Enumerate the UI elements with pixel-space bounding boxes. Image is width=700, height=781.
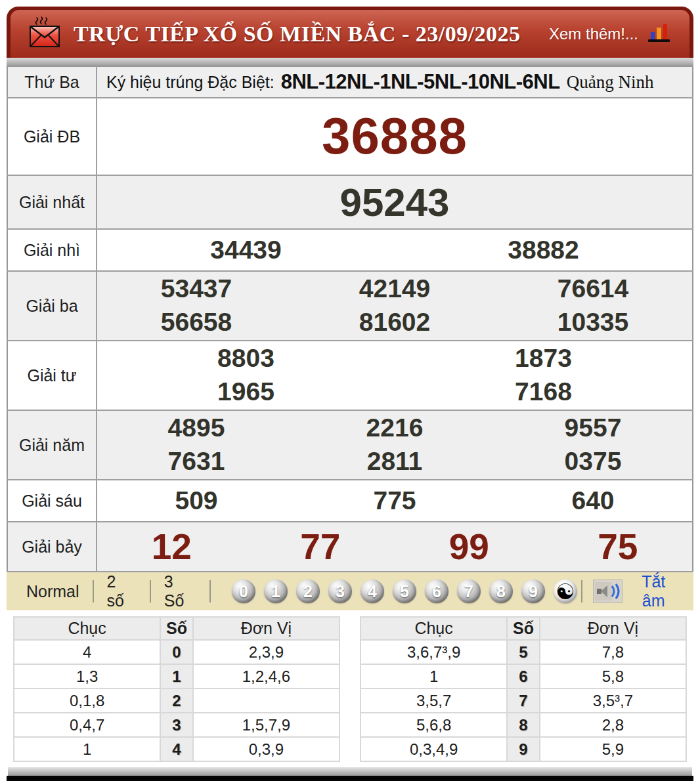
- mode-3-digits[interactable]: 3 Số: [155, 572, 206, 610]
- header: TRỰC TIẾP XỔ SỐ MIỀN BẮC - 23/09/2025 Xe…: [7, 7, 693, 58]
- units-cell: 2,3,9: [193, 640, 339, 664]
- footer-gray-strip: [8, 767, 692, 776]
- tens-cell: 1: [361, 664, 507, 688]
- digit-table-row: 5,6,882,8: [361, 713, 686, 737]
- digit-table-row: 402,3,9: [14, 640, 339, 664]
- prize-number: 12: [152, 524, 192, 570]
- prize-number: 53437: [161, 273, 232, 305]
- prize-row: Giải ĐB36888: [7, 98, 693, 175]
- weekday-label: Thứ Ba: [7, 66, 97, 98]
- tens-cell: 0,3,4,9: [361, 737, 507, 761]
- units-cell: 5,8: [540, 664, 686, 688]
- prize-number: 38882: [508, 234, 579, 266]
- footer-bar: [7, 776, 693, 781]
- digit-summary-section: ChụcSốĐơn Vị402,3,91,311,2,4,60,1,820,4,…: [7, 610, 693, 767]
- digit-table-row: 0,1,82: [14, 688, 339, 713]
- prize-row: Giải bảy12779975: [7, 522, 693, 572]
- prize-row: Giải nhì3443938882: [7, 229, 693, 271]
- units-cell: [193, 688, 339, 713]
- number-ball-7[interactable]: 7: [457, 580, 481, 603]
- units-cell: 1,5,7,9: [193, 713, 339, 737]
- prize-number: 2216: [366, 412, 424, 444]
- mode-normal[interactable]: Normal: [17, 582, 89, 601]
- prize-label: Giải ĐB: [7, 98, 97, 175]
- prize-number: 75: [598, 524, 638, 570]
- tens-cell: 3,6,7³,9: [361, 640, 507, 664]
- units-cell: 7,8: [540, 640, 686, 664]
- prize-number: 81602: [359, 306, 430, 339]
- prize-number: 95243: [340, 178, 450, 227]
- units-cell: 2,8: [540, 713, 686, 737]
- header-divider-strip: [7, 58, 693, 66]
- prize-label: Giải bảy: [7, 522, 97, 572]
- toolbar-divider: [209, 580, 211, 602]
- digit-cell: 3: [160, 713, 193, 737]
- toolbar-divider: [581, 580, 582, 602]
- mode-2-digits[interactable]: 2 số: [98, 572, 146, 610]
- prize-number: 4895: [168, 412, 225, 444]
- number-ball-2[interactable]: 2: [296, 580, 320, 603]
- prize-label: Giải ba: [7, 271, 97, 341]
- digit-table-row: 140,3,9: [14, 737, 339, 761]
- lottery-widget: TRỰC TIẾP XỔ SỐ MIỀN BẮC - 23/09/2025 Xe…: [7, 7, 693, 781]
- digit-cell: 8: [507, 713, 540, 737]
- number-balls: 0123456789☯: [232, 580, 577, 603]
- header-bar: TRỰC TIẾP XỔ SỐ MIỀN BẮC - 23/09/2025 Xe…: [11, 10, 689, 58]
- number-ball-0[interactable]: 0: [232, 580, 255, 603]
- digit-cell: 2: [160, 688, 193, 713]
- digit-table-row: 0,4,731,5,7,9: [14, 713, 339, 737]
- toolbar: Normal 2 số 3 Số 0123456789☯ Tắt âm: [7, 572, 693, 610]
- digit-table-row: 165,8: [361, 664, 686, 688]
- prize-number: 56658: [161, 306, 232, 339]
- digit-cell: 9: [507, 737, 540, 761]
- yin-yang-ball-icon[interactable]: ☯: [554, 580, 577, 603]
- prize-label: Giải nhất: [7, 175, 97, 229]
- number-ball-6[interactable]: 6: [425, 580, 448, 603]
- digit-cell: 6: [507, 664, 540, 688]
- envelope-icon: [26, 16, 63, 53]
- prize-number: 640: [571, 485, 614, 517]
- digit-table-header: Số: [507, 617, 540, 640]
- see-more-link[interactable]: Xem thêm!...: [549, 25, 638, 43]
- prize-table: Thứ Ba Ký hiệu trúng Đặc Biệt: 8NL-12NL-…: [7, 66, 693, 572]
- draw-info-row: Thứ Ba Ký hiệu trúng Đặc Biệt: 8NL-12NL-…: [7, 66, 693, 98]
- prize-row: Giải nhất95243: [7, 175, 693, 229]
- number-ball-5[interactable]: 5: [393, 580, 416, 603]
- digit-table-header: Số: [160, 617, 193, 640]
- units-cell: 0,3,9: [193, 737, 339, 761]
- prize-number: 509: [175, 485, 217, 517]
- prize-row: Giải tư8803187319657168: [7, 341, 693, 410]
- units-cell: 5,9: [540, 737, 686, 761]
- prize-number: 1873: [515, 343, 572, 375]
- mute-label: Tắt âm: [629, 572, 678, 610]
- number-ball-1[interactable]: 1: [264, 580, 288, 603]
- prize-number: 0375: [565, 446, 622, 478]
- prize-number: 42149: [359, 273, 430, 305]
- digit-table-left: ChụcSốĐơn Vị402,3,91,311,2,4,60,1,820,4,…: [13, 616, 340, 762]
- prize-label: Giải sáu: [7, 480, 97, 522]
- prize-number: 2811: [367, 446, 423, 478]
- tens-cell: 0,4,7: [14, 713, 160, 737]
- number-ball-9[interactable]: 9: [521, 580, 545, 603]
- tens-cell: 4: [14, 640, 160, 664]
- special-sign-label: Ký hiệu trúng Đặc Biệt:: [106, 73, 274, 92]
- units-cell: 3,5³,7: [540, 688, 686, 713]
- mute-button[interactable]: Tắt âm: [593, 572, 678, 610]
- prize-row: Giải ba534374214976614566588160210335: [7, 271, 693, 341]
- prize-number: 9557: [565, 412, 622, 444]
- number-ball-3[interactable]: 3: [328, 580, 352, 603]
- toolbar-divider: [150, 580, 151, 602]
- digit-table-header: Chục: [361, 617, 507, 640]
- bar-chart-icon[interactable]: [646, 22, 672, 47]
- prize-number: 1965: [217, 376, 274, 408]
- special-sign-codes: 8NL-12NL-1NL-5NL-10NL-6NL: [281, 70, 560, 94]
- number-ball-8[interactable]: 8: [489, 580, 513, 603]
- prize-number: 775: [373, 485, 416, 517]
- prize-label: Giải năm: [7, 410, 97, 480]
- digit-table-header: Đơn Vị: [193, 617, 339, 640]
- number-ball-4[interactable]: 4: [361, 580, 384, 603]
- prize-number: 99: [449, 524, 489, 570]
- prize-number: 10335: [558, 306, 628, 339]
- digit-table-header: Đơn Vị: [540, 617, 686, 640]
- tens-cell: 3,5,7: [361, 688, 507, 713]
